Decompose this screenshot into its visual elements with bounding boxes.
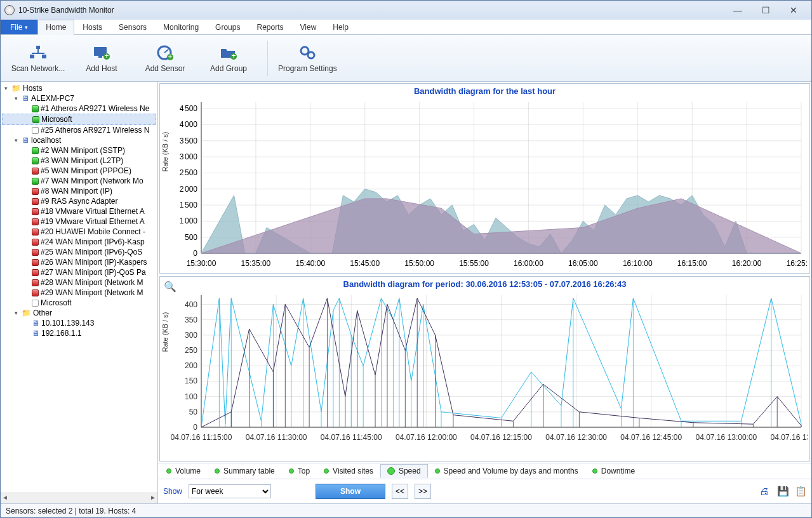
report-tab-visited-sites[interactable]: Visited sites [317,464,380,478]
svg-text:+: + [104,51,109,60]
tree-horizontal-scrollbar[interactable]: ◄ ► [1,493,157,503]
network-icon [29,44,47,62]
close-button[interactable]: ✕ [780,3,808,17]
tree-sensor[interactable]: #28 WAN Miniport (Network M [2,277,156,288]
status-bar: Sensors: selected 2 | total 19. Hosts: 4 [1,503,811,517]
chart-bot-title: Bandwidth diagram for period: 30.06.2016… [160,277,809,291]
tree-sensor[interactable]: #7 WAN Miniport (Network Mo [2,176,156,186]
copy-icon[interactable]: 📋 [795,486,806,497]
tree-sensor[interactable]: #19 VMware Virtual Ethernet A [2,216,156,227]
ribbon-tab-help[interactable]: Help [324,20,357,34]
tree-sensor[interactable]: #9 RAS Async Adapter [2,196,156,206]
maximize-button[interactable]: ☐ [752,3,780,17]
program-settings-button[interactable]: Program Settings [278,44,337,73]
print-icon[interactable]: 🖨 [759,486,771,497]
svg-text:3 000: 3 000 [180,152,198,161]
scan-network-button[interactable]: Scan Network... [10,44,67,73]
chart-last-hour: Bandwidth diagram for the last hour Rate… [159,83,810,274]
gear-icon [298,44,316,62]
ribbon-tab-reports[interactable]: Reports [248,20,291,34]
svg-text:200: 200 [185,361,197,370]
svg-text:300: 300 [185,331,197,340]
tree-sensor[interactable]: Microsoft [2,298,156,308]
magnifier-icon[interactable]: 🔍 [164,281,176,293]
svg-text:4 500: 4 500 [180,104,198,113]
svg-text:04.07.16 11:15:00: 04.07.16 11:15:00 [171,433,232,442]
svg-text:04.07.16 12:30:00: 04.07.16 12:30:00 [545,433,607,442]
ribbon-tab-monitoring[interactable]: Monitoring [155,20,207,34]
svg-text:15:50:00: 15:50:00 [404,259,434,268]
svg-text:2 000: 2 000 [180,185,198,194]
report-tab-downtime[interactable]: Downtime [585,464,642,478]
folder-plus-icon: + [220,44,237,62]
add-sensor-button[interactable]: + Add Sensor [136,44,194,73]
ribbon-tab-hosts[interactable]: Hosts [74,20,110,34]
ribbon-tab-home[interactable]: Home [37,20,74,35]
report-tab-speed[interactable]: Speed [380,464,428,478]
ribbon-toolbar: Scan Network... + Add Host + Add Sensor … [1,35,811,82]
add-group-button[interactable]: + Add Group [200,44,257,73]
tree-sensor[interactable]: Microsoft [2,114,156,125]
tree-sensor[interactable]: #18 VMware Virtual Ethernet A [2,206,156,216]
svg-text:04.07.16 12:45:00: 04.07.16 12:45:00 [620,433,682,442]
tree-sensor[interactable]: #25 Atheros AR9271 Wireless N [2,125,156,135]
tree-sensor[interactable]: #1 Atheros AR9271 Wireless Ne [2,103,156,114]
svg-text:04.07.16 13:15:00: 04.07.16 13:15:00 [771,433,808,442]
tree-group[interactable]: ▾📁 Other [2,308,156,318]
ribbon-tab-view[interactable]: View [292,20,325,34]
tree-sensor[interactable]: #27 WAN Miniport (IP)-QoS Pa [2,267,156,277]
report-tab-top[interactable]: Top [282,464,317,478]
svg-text:1 500: 1 500 [180,201,198,209]
report-tab-speed-and-volume-by-days-and-months[interactable]: Speed and Volume by days and months [428,464,585,478]
svg-text:16:05:00: 16:05:00 [568,259,598,268]
file-menu[interactable]: File [1,20,37,34]
tree-sensor[interactable]: #5 WAN Miniport (PPPOE) [2,166,156,176]
tree-sensor[interactable]: #8 WAN Miniport (IP) [2,186,156,196]
status-dot-icon [387,467,395,475]
tree-group[interactable]: ▾🖥 ALEXM-PC7 [2,93,156,103]
tree-sensor[interactable]: #29 WAN Miniport (Network M [2,288,156,298]
status-dot-icon [592,468,597,474]
tree-sensor[interactable]: #25 WAN Miniport (IPv6)-QoS [2,247,156,257]
add-host-button[interactable]: + Add Host [73,44,130,73]
monitor-plus-icon: + [93,44,110,62]
tree-root[interactable]: ▾📁 Hosts [2,83,156,93]
report-tabs: VolumeSummary tableTopVisited sitesSpeed… [158,463,811,479]
tree-group[interactable]: ▾🖥 localhost [2,135,156,145]
y-axis-label: Rate (KB / s) [161,132,169,172]
svg-text:500: 500 [185,233,197,242]
svg-text:04.07.16 11:30:00: 04.07.16 11:30:00 [246,433,307,442]
ribbon-tab-strip: File HomeHostsSensorsMonitoringGroupsRep… [1,20,811,35]
titlebar[interactable]: 10-Strike Bandwidth Monitor — ☐ ✕ [1,1,811,20]
svg-text:15:40:00: 15:40:00 [295,259,325,268]
svg-text:04.07.16 12:00:00: 04.07.16 12:00:00 [396,433,457,442]
ribbon-tab-sensors[interactable]: Sensors [110,20,155,34]
svg-text:350: 350 [185,315,197,324]
save-icon[interactable]: 💾 [777,486,789,497]
period-select[interactable]: For week [189,484,271,498]
svg-text:04.07.16 13:00:00: 04.07.16 13:00:00 [695,433,757,442]
svg-text:100: 100 [185,392,197,401]
tree-sensor[interactable]: #26 WAN Miniport (IP)-Kaspers [2,257,156,267]
tree-sensor[interactable]: 🖥 192.168.1.1 [2,328,156,338]
svg-text:+: + [231,51,236,60]
minimize-button[interactable]: — [724,3,752,17]
show-button[interactable]: Show [316,484,385,499]
hosts-tree[interactable]: ▾📁 Hosts▾🖥 ALEXM-PC7 #1 Atheros AR9271 W… [1,82,158,503]
svg-text:2 500: 2 500 [180,168,198,177]
tree-sensor[interactable]: #3 WAN Miniport (L2TP) [2,156,156,166]
status-dot-icon [324,468,329,474]
svg-text:+: + [168,52,172,61]
next-button[interactable]: >> [415,484,431,499]
ribbon-tab-groups[interactable]: Groups [207,20,248,34]
report-tab-summary-table[interactable]: Summary table [208,464,282,478]
report-tab-volume[interactable]: Volume [159,464,208,478]
svg-text:0: 0 [193,423,197,432]
tree-sensor[interactable]: #2 WAN Miniport (SSTP) [2,145,156,156]
window-title: 10-Strike Bandwidth Monitor [18,6,114,15]
tree-sensor[interactable]: 🖥 10.101.139.143 [2,318,156,328]
tree-sensor[interactable]: #20 HUAWEI Mobile Connect - [2,227,156,237]
control-bar: Show For week Show << >> 🖨 💾 📋 [158,479,811,503]
prev-button[interactable]: << [392,484,408,499]
tree-sensor[interactable]: #24 WAN Miniport (IPv6)-Kasp [2,237,156,247]
